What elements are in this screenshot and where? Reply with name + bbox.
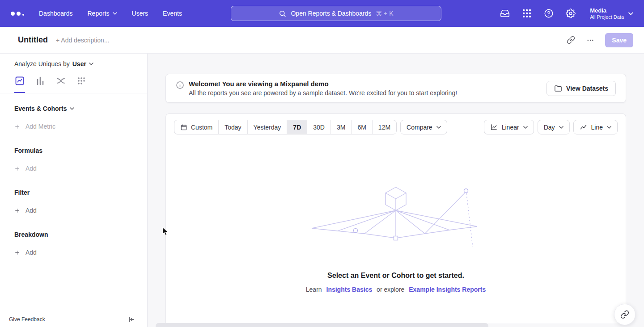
report-header: Untitled + Add description... Save [0,27,644,54]
calendar-icon [180,124,187,131]
banner-title: Welcome! You are viewing a Mixpanel demo [189,80,457,88]
report-type-tabs [0,75,147,93]
search-placeholder: Open Reports & Dashboards [291,10,371,17]
insights-basics-link[interactable]: Insights Basics [326,286,373,293]
primary-nav: Dashboards Reports Users Events [39,10,182,17]
inbox-icon[interactable] [500,8,510,19]
date-range-today[interactable]: Today [218,120,247,134]
sidebar-footer: Give Feedback [9,315,136,323]
chart-type-dropdown[interactable]: Line [573,120,618,134]
date-range-custom[interactable]: Custom [174,120,218,134]
banner-body: All the reports you see are powered by a… [189,89,457,96]
top-nav-right: Media All Project Data [500,7,633,20]
retention-tab-icon [76,75,87,86]
example-insights-reports-link[interactable]: Example Insights Reports [409,286,486,293]
empty-state-subtitle: Learn Insights Basics or explore Example… [166,286,626,293]
project-info: Media All Project Data [590,7,624,20]
date-range-12m[interactable]: 12M [372,120,396,134]
empty-state-title: Select an Event or Cohort to get started… [166,272,626,280]
view-datasets-button[interactable]: View Datasets [547,81,616,96]
plus-icon [14,124,20,130]
save-button[interactable]: Save [605,33,633,47]
report-header-actions: Save [563,33,633,48]
add-breakdown-button[interactable]: Add [14,249,147,256]
plus-icon [14,250,20,256]
give-feedback-link[interactable]: Give Feedback [9,316,45,323]
tab-funnels[interactable] [35,75,46,93]
global-search[interactable]: Open Reports & Dashboards ⌘ + K [231,6,441,21]
help-icon[interactable] [543,8,554,19]
insights-chart-card: Custom Today Yesterday 7D 30D 3M 6M 12M … [165,113,626,323]
interval-dropdown[interactable]: Day [538,120,570,134]
tab-retention[interactable] [76,75,87,93]
empty-state-illustration [311,184,481,254]
chevron-down-icon [89,63,93,65]
logo-dot [11,12,15,16]
nav-reports[interactable]: Reports [88,10,117,17]
formulas-heading: Formulas [14,147,147,154]
chevron-down-icon [70,107,74,110]
logo-dot [17,12,21,16]
add-filter-button[interactable]: Add [14,207,147,214]
funnels-tab-icon [35,75,46,86]
collapse-sidebar-button[interactable] [127,315,136,323]
date-range-3m[interactable]: 3M [330,120,351,134]
gear-icon[interactable] [565,8,576,19]
add-formula-button[interactable]: Add [14,165,147,172]
analyze-prefix-label: Analyze Uniques by [14,60,70,67]
report-title[interactable]: Untitled [18,35,48,45]
breakdown-heading: Breakdown [14,231,147,238]
flows-tab-icon [55,75,66,86]
date-range-6m[interactable]: 6M [351,120,372,134]
search-icon [279,10,286,17]
horizontal-scrollbar[interactable] [156,323,488,327]
date-range-30d[interactable]: 30D [307,120,330,134]
events-cohorts-heading[interactable]: Events & Cohorts [14,105,147,112]
query-builder-sidebar: Analyze Uniques by User [0,54,148,327]
folder-icon [554,84,562,92]
copy-link-button[interactable] [563,33,578,48]
project-name: Media [590,7,624,14]
date-range-7d[interactable]: 7D [287,120,307,134]
compare-button[interactable]: Compare [400,120,447,134]
nav-events[interactable]: Events [163,10,182,17]
link-icon [620,310,629,319]
line-chart-icon [580,123,587,131]
add-metric-button[interactable]: Add Metric [14,123,147,130]
plus-icon [14,208,20,214]
share-link-fab[interactable] [614,304,636,325]
learn-prefix: Learn [306,286,322,293]
insights-tab-icon [14,75,25,86]
project-scope: All Project Data [590,14,624,20]
or-explore-text: or explore [377,286,404,293]
plus-icon [14,166,20,172]
tab-flows[interactable] [55,75,66,93]
chevron-down-icon [607,126,611,129]
demo-welcome-banner: Welcome! You are viewing a Mixpanel demo… [165,74,626,103]
nav-dashboards[interactable]: Dashboards [39,10,73,17]
linear-scale-icon [490,123,498,131]
search-shortcut: ⌘ + K [376,10,393,17]
filter-heading: Filter [14,189,147,196]
scale-dropdown[interactable]: Linear [484,120,534,134]
nav-users[interactable]: Users [132,10,148,17]
ellipsis-icon [586,36,594,44]
apps-grid-icon[interactable] [521,8,532,19]
project-switcher[interactable]: Media All Project Data [590,7,633,20]
mixpanel-app: Dashboards Reports Users Events Open Rep… [0,0,644,327]
date-range-segmented-control: Custom Today Yesterday 7D 30D 3M 6M 12M [174,120,397,134]
tab-insights[interactable] [14,75,25,93]
link-icon [567,36,575,44]
mixpanel-logo[interactable] [11,12,24,16]
collapse-sidebar-icon [127,315,136,323]
analyze-uniques-row: Analyze Uniques by User [14,60,147,67]
chevron-down-icon [559,126,564,129]
info-icon [176,81,184,91]
logo-dot [22,14,24,16]
chevron-down-icon [113,12,117,15]
report-description-placeholder[interactable]: + Add description... [56,37,109,44]
analyze-by-dropdown[interactable]: User [72,60,93,67]
date-range-yesterday[interactable]: Yesterday [247,120,287,134]
chevron-down-icon [628,12,633,15]
more-options-button[interactable] [583,33,598,48]
